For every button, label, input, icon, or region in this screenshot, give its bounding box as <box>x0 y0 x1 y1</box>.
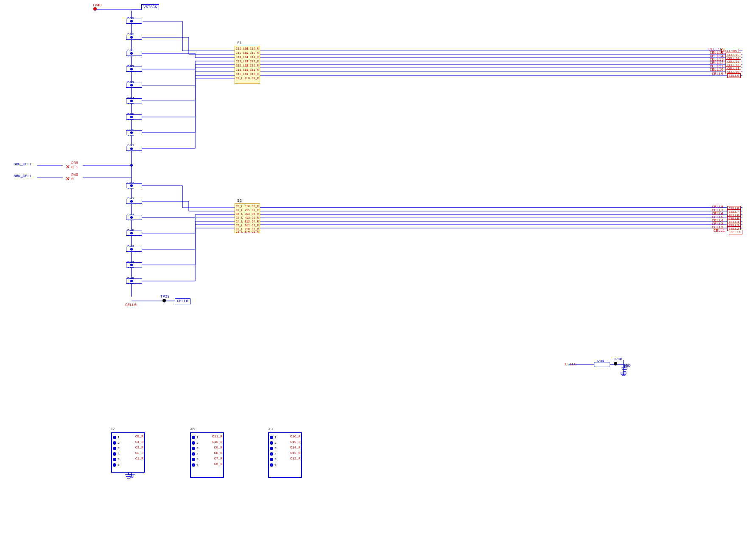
r42 <box>126 183 142 188</box>
j7-c1r: C1_R <box>135 457 143 460</box>
tp39-label: TP39 <box>160 295 170 299</box>
s1-c11r: 11 C11_R <box>244 68 259 72</box>
r31 <box>126 51 142 56</box>
j7-pin2-num: 2 <box>118 441 120 445</box>
cello-net-r49: CELL0 <box>565 362 577 367</box>
junc17 <box>130 280 133 282</box>
s1-c16r: 16 C16_R <box>244 47 259 50</box>
j9-c16r: C16_R <box>290 434 300 438</box>
s1-c13r: 13 C13_R <box>244 60 259 63</box>
s1-label: S1 <box>237 41 242 45</box>
j7-pin2 <box>113 441 116 445</box>
j7-c4r: C4_R <box>135 440 143 444</box>
tp38-dot <box>614 362 617 365</box>
s2-c1r: 9 C1_R <box>248 230 259 234</box>
bbn-cell-label: BBN_CELL <box>14 174 32 178</box>
j7-c2r: C2_R <box>135 451 143 455</box>
cello-net-label: CELL0 <box>125 303 137 307</box>
s2-c6r: 14 C6_R <box>246 212 259 216</box>
j8-c11r: C11_R <box>212 434 222 438</box>
j8-pin6 <box>192 463 195 467</box>
junc6 <box>130 100 133 102</box>
s2-c8l: C8_L 1 <box>236 205 246 208</box>
r35 <box>126 114 142 120</box>
j9-c12r: C12_R <box>290 457 300 460</box>
r45 <box>126 231 142 236</box>
cell10-net: CELL10 <box>710 68 723 72</box>
r32 <box>126 67 142 72</box>
j8-pin3 <box>192 447 195 450</box>
r33 <box>126 83 142 88</box>
j8-pin3-num: 3 <box>196 446 199 450</box>
r48 <box>126 278 142 284</box>
s2-c7l: C7_L 2 <box>236 209 246 212</box>
r37 <box>126 146 142 151</box>
r46 <box>126 247 142 252</box>
s2-c1l: C1_L 8 <box>236 230 246 234</box>
s1-ic: S1 C16_L 1 C15_L 2 C14_L 3 C13_L 4 C12_L… <box>235 46 260 84</box>
j8-pin1 <box>192 436 195 439</box>
tp38-label: TP38 <box>613 357 622 362</box>
junc14 <box>130 232 133 234</box>
r39-value: 0.1 <box>71 165 78 170</box>
s2-c5l: C5_L 4 <box>236 216 246 220</box>
s2-ic: S2 C8_L 1 C7_L 2 C6_L 3 C5_L 4 C4_L 5 C3… <box>235 203 260 233</box>
j7-pin4 <box>113 452 116 456</box>
j9-pin6-num: 6 <box>274 463 277 467</box>
r39-dnp: ✕ <box>66 162 70 171</box>
cell9-label: CELL9 <box>727 73 741 78</box>
junc7 <box>130 116 133 118</box>
junc10 <box>130 164 133 167</box>
junc11 <box>130 184 133 187</box>
j9-connector: 1 2 3 4 5 6 C16_R C15_R C14_R C13_R C12_… <box>268 432 302 478</box>
j7-gnd <box>124 473 133 483</box>
j7-label: J7 <box>110 427 115 432</box>
r47 <box>126 262 142 267</box>
s2-label: S2 <box>237 199 242 203</box>
j9-pin4 <box>270 452 273 456</box>
j8-c6r: C6_R <box>214 462 222 466</box>
s2-c3l: C3_L 6 <box>236 224 246 227</box>
j8-c9r: C9_R <box>214 445 222 449</box>
r40-dnp: ✕ <box>66 174 70 183</box>
junc4 <box>130 68 133 70</box>
tp40-dot <box>93 7 97 11</box>
j9-pin2 <box>270 441 273 445</box>
s1-c9r: 9 C9_R <box>248 77 259 80</box>
s2-c3r: 11 C3_R <box>246 224 259 227</box>
j8-pin1-num: 1 <box>196 435 199 439</box>
s2-c7r: 15 C7_R <box>246 209 259 212</box>
junc1 <box>130 20 133 22</box>
s2-c5r: 13 C5_R <box>246 216 259 220</box>
j8-c8r: C8_R <box>214 451 222 455</box>
j9-c13r: C13_R <box>290 451 300 455</box>
vstack-flag: VSTACK <box>141 4 159 10</box>
s2-c4l: C4_L 5 <box>236 220 246 223</box>
r40-value: 0 <box>71 177 73 181</box>
s2-c8r: 16 C8_R <box>246 205 259 208</box>
s1-c10r: 10 C10_R <box>244 72 259 76</box>
junc15 <box>130 248 133 251</box>
j8-connector: 1 2 3 4 5 6 C11_R C10_R C9_R C8_R C7_R C… <box>190 432 224 478</box>
junc2 <box>130 36 133 39</box>
s2-c4r: 12 C4_R <box>246 220 259 223</box>
r44 <box>126 215 142 220</box>
j7-pin1 <box>113 436 116 439</box>
cello-flag: CELL0 <box>175 298 190 304</box>
r29 <box>126 19 142 24</box>
j7-pin6-num: 6 <box>118 463 120 467</box>
junc16 <box>130 264 133 266</box>
j9-pin1-num: 1 <box>274 435 277 439</box>
r39-label: R39 <box>71 161 78 165</box>
j8-pin4-num: 4 <box>196 452 199 456</box>
junc5 <box>130 84 133 86</box>
j8-pin5-num: 5 <box>196 457 199 461</box>
j9-label: J9 <box>268 427 273 432</box>
j7-c3r: C3_R <box>135 445 143 449</box>
r36 <box>126 130 142 135</box>
j7-pin4-num: 4 <box>118 452 120 456</box>
junc8 <box>130 131 133 134</box>
j7-connector: 1 2 3 4 5 6 C5_R C4_R C3_R C2_R C1_R <box>111 432 145 473</box>
j9-pin5 <box>270 458 273 461</box>
j9-pin6 <box>270 463 273 467</box>
